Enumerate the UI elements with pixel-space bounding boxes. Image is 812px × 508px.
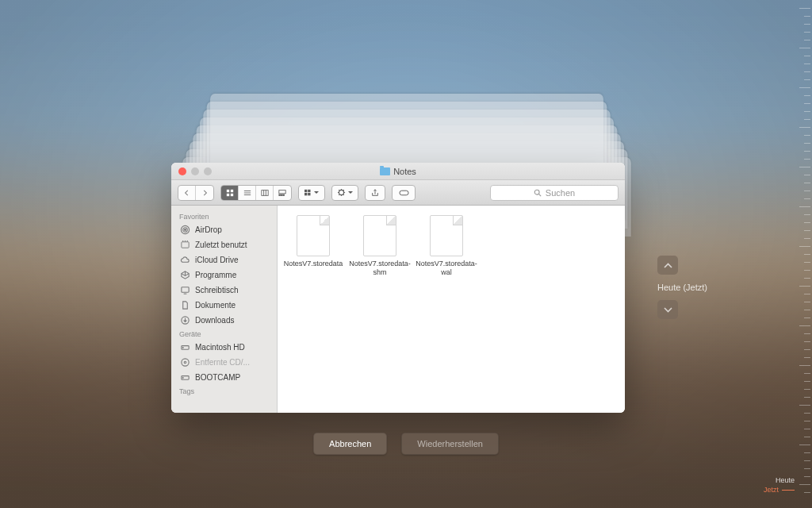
- snapshot-up-button[interactable]: [657, 256, 678, 275]
- svg-point-37: [182, 378, 183, 379]
- svg-rect-7: [261, 190, 267, 195]
- devices-header: Geräte: [171, 328, 277, 340]
- svg-point-28: [186, 241, 187, 241]
- tags-button[interactable]: [392, 185, 416, 201]
- sidebar-item-documents[interactable]: Dokumente: [171, 298, 277, 313]
- svg-rect-0: [226, 189, 228, 191]
- svg-rect-16: [304, 193, 307, 195]
- svg-point-26: [182, 241, 182, 241]
- search-input[interactable]: Suchen: [490, 185, 619, 201]
- sidebar-item-icloud[interactable]: iCloud Drive: [171, 252, 277, 267]
- action-button[interactable]: [331, 185, 358, 201]
- svg-rect-3: [230, 193, 232, 195]
- titlebar[interactable]: Notes: [171, 163, 625, 180]
- disc-icon: [179, 358, 190, 368]
- share-button[interactable]: [365, 185, 385, 201]
- sidebar-item-bootcamp[interactable]: BOOTCAMP: [171, 370, 277, 385]
- desktop-icon: [179, 286, 190, 295]
- svg-rect-2: [226, 193, 228, 195]
- sidebar-item-recents[interactable]: Zuletzt benutzt: [171, 237, 277, 252]
- recent-icon: [179, 241, 190, 250]
- restore-button[interactable]: Wiederherstellen: [401, 433, 499, 455]
- file-name: NotesV7.storedata-wal: [416, 260, 477, 277]
- timeline[interactable]: [796, 8, 810, 500]
- svg-rect-29: [181, 287, 188, 293]
- cancel-button[interactable]: Abbrechen: [313, 433, 387, 455]
- svg-rect-1: [230, 189, 232, 191]
- icon-view-button[interactable]: [221, 186, 239, 200]
- favorites-header: Favoriten: [171, 210, 277, 222]
- maximize-button[interactable]: [204, 167, 212, 175]
- airdrop-icon: [179, 225, 190, 235]
- nav-back-forward[interactable]: [178, 185, 214, 201]
- svg-point-35: [184, 361, 186, 363]
- window-title: Notes: [171, 167, 625, 176]
- cloud-icon: [179, 256, 190, 265]
- hdd-icon: [179, 373, 190, 383]
- snapshot-down-button[interactable]: [657, 300, 678, 319]
- sidebar-item-downloads[interactable]: Downloads: [171, 313, 277, 328]
- file-item[interactable]: NotesV7.storedata: [282, 215, 344, 268]
- file-item[interactable]: NotesV7.storedata-wal: [416, 215, 477, 277]
- sidebar: Favoriten AirDrop Zuletzt benutzt iCloud…: [171, 206, 278, 413]
- svg-rect-14: [304, 189, 307, 191]
- sidebar-item-remote-cd[interactable]: Entfernte CD/...: [171, 355, 277, 370]
- svg-rect-12: [281, 194, 282, 195]
- finder-window: Notes Suchen Favoriten AirDrop Zuletzt b…: [171, 163, 625, 413]
- apps-icon: [179, 271, 190, 280]
- folder-icon: [380, 167, 390, 175]
- svg-point-18: [339, 190, 343, 194]
- minimize-button[interactable]: [191, 167, 199, 175]
- column-view-button[interactable]: [256, 186, 274, 200]
- downloads-icon: [179, 316, 190, 325]
- file-icon: [430, 215, 463, 256]
- svg-line-21: [539, 194, 542, 196]
- file-name: NotesV7.storedata-shm: [349, 260, 411, 277]
- sidebar-item-desktop[interactable]: Schreibtisch: [171, 283, 277, 298]
- svg-rect-15: [308, 189, 310, 191]
- timeline-heute-label: Heute: [764, 475, 795, 486]
- sidebar-item-apps[interactable]: Programme: [171, 267, 277, 283]
- sidebar-item-airdrop[interactable]: AirDrop: [171, 222, 277, 237]
- svg-point-27: [184, 241, 185, 241]
- svg-rect-25: [181, 242, 188, 248]
- close-button[interactable]: [178, 167, 186, 175]
- svg-point-24: [184, 229, 186, 231]
- svg-point-34: [181, 359, 188, 366]
- svg-point-33: [182, 348, 183, 348]
- tags-header: Tags: [171, 385, 277, 397]
- file-icon: [297, 215, 330, 256]
- snapshot-current-label: Heute (Jetzt): [657, 283, 707, 292]
- timeline-jetzt-label: Jetzt: [764, 485, 795, 495]
- list-view-button[interactable]: [239, 186, 256, 200]
- search-placeholder: Suchen: [546, 188, 575, 198]
- back-button[interactable]: [178, 186, 196, 200]
- arrange-button[interactable]: [298, 185, 325, 201]
- sidebar-item-macintosh-hd[interactable]: Macintosh HD: [171, 340, 277, 355]
- svg-rect-19: [399, 190, 408, 195]
- snapshot-nav: Heute (Jetzt): [657, 256, 707, 319]
- file-icon: [363, 215, 396, 256]
- documents-icon: [179, 301, 190, 310]
- view-mode[interactable]: [220, 185, 292, 201]
- svg-rect-11: [279, 194, 281, 195]
- svg-rect-10: [279, 190, 285, 193]
- svg-point-20: [534, 190, 539, 194]
- forward-button[interactable]: [196, 186, 213, 200]
- file-name: NotesV7.storedata: [284, 260, 343, 268]
- gallery-view-button[interactable]: [274, 186, 291, 200]
- hdd-icon: [179, 343, 190, 352]
- toolbar: Suchen: [171, 180, 625, 206]
- file-item[interactable]: NotesV7.storedata-shm: [349, 215, 411, 277]
- file-grid: NotesV7.storedata NotesV7.storedata-shm …: [278, 206, 625, 413]
- svg-rect-17: [308, 193, 310, 195]
- svg-rect-13: [283, 194, 285, 195]
